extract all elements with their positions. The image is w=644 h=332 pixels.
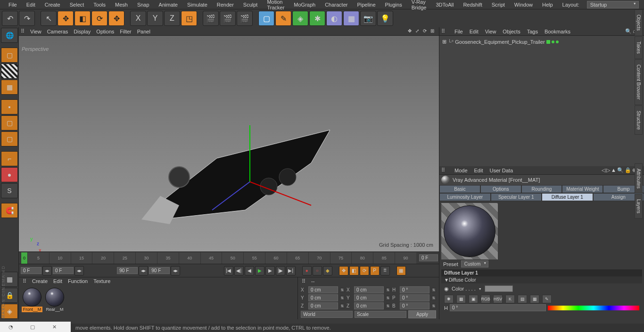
redo-button[interactable]: ↷ [19, 11, 35, 26]
tree-item[interactable]: ⊞ └° Gooseneck_Equipment_Pickup_Trailer [441, 38, 642, 46]
floor-button[interactable]: ▦ [343, 11, 359, 26]
attr-edit[interactable]: Edit [474, 168, 483, 173]
param-key-button[interactable]: P [370, 266, 380, 275]
y-pos-field[interactable]: 0 cm [308, 294, 338, 301]
tab-structure-dock[interactable]: Structure [635, 105, 643, 135]
tab-takes-dock[interactable]: Takes [635, 36, 643, 59]
z-size-field[interactable]: 0 cm [354, 302, 384, 309]
mat-create[interactable]: Create [32, 278, 48, 286]
grip-icon[interactable]: ⠿ [441, 28, 448, 34]
timeline-ruler[interactable]: 0 5 10 15 20 25 30 35 40 45 50 55 60 65 … [21, 252, 416, 264]
render-view-button[interactable]: 🎬 [203, 11, 219, 26]
menu-tools[interactable]: Tools [89, 1, 110, 8]
pla-key-button[interactable]: ⠿ [380, 266, 390, 275]
search-icon[interactable]: 🔍 [641, 0, 644, 8]
grip-icon[interactable]: ⠿ [23, 278, 26, 286]
material-front[interactable]: Front__M [22, 288, 42, 312]
grip-icon[interactable]: ⠿ [441, 167, 448, 173]
scale-button[interactable]: ◧ [74, 11, 91, 26]
menu-redshift[interactable]: Redshift [458, 1, 487, 8]
tab-objects-dock[interactable]: Objects [635, 9, 643, 36]
tab-attributes-dock[interactable]: Attributes [635, 163, 643, 194]
next-frame-button[interactable]: ▶ [265, 266, 275, 275]
obj-file[interactable]: File [454, 29, 463, 34]
render-region-button[interactable]: 🎬 [220, 11, 236, 26]
obj-bookmarks[interactable]: Bookmarks [545, 29, 570, 34]
p-rot-field[interactable]: 0 ° [400, 294, 429, 301]
subdivision-button[interactable]: ◈ [292, 11, 308, 26]
taskbar-maximize-icon[interactable]: ▢ [22, 322, 43, 332]
snap-button[interactable]: 🧲 [1, 203, 18, 218]
search-icon[interactable]: 🔍 [617, 167, 624, 173]
render-dot[interactable] [552, 40, 554, 43]
current-frame-field[interactable]: 0 F [53, 267, 74, 274]
undo-button[interactable]: ↶ [2, 11, 18, 26]
menu-vray[interactable]: V-Ray Bridge [407, 0, 431, 11]
back-icon[interactable]: ◁ [602, 167, 605, 173]
obj-view[interactable]: View [485, 29, 496, 34]
color-swatch[interactable] [485, 285, 513, 292]
play-button[interactable]: ▶ [255, 266, 264, 275]
preset-dropdown[interactable]: Custom [461, 260, 488, 267]
rot-key-button[interactable]: ⟳ [360, 266, 369, 275]
vp-nav-icon[interactable]: ✥ [408, 28, 414, 35]
prev-frame-button[interactable]: ◀ [245, 266, 254, 275]
array-button[interactable]: ✱ [309, 11, 325, 26]
tab-basic[interactable]: Basic [439, 185, 480, 193]
menu-create[interactable]: Create [40, 1, 65, 8]
attr-mode[interactable]: Mode [454, 168, 468, 173]
vp-maximize-icon[interactable]: ⊞ [430, 28, 437, 35]
make-editable-button[interactable]: 🌐 [1, 28, 18, 43]
texture-mode-button[interactable] [1, 64, 18, 79]
search-icon[interactable]: 🔍 [625, 28, 632, 34]
menu-mograph[interactable]: MoGraph [289, 1, 320, 8]
dropdown-icon[interactable]: ▼ [479, 287, 482, 291]
tab-diffuse[interactable]: Diffuse Layer 1 [542, 193, 593, 201]
frame-a-field[interactable]: 90 F [117, 267, 138, 274]
menu-simulate[interactable]: Simulate [182, 1, 212, 8]
light-button[interactable]: 💡 [377, 11, 393, 26]
menu-file[interactable]: File [4, 1, 22, 8]
lock-icon[interactable]: 🔒 [625, 167, 631, 173]
fwd-icon[interactable]: ▷ [606, 167, 610, 173]
mat-edit[interactable]: Edit [53, 278, 62, 286]
vp-rotate-icon[interactable]: ⟳ [423, 28, 429, 35]
tab-luminosity[interactable]: Luminosity Layer [439, 193, 491, 201]
trailer-model[interactable] [123, 111, 330, 224]
deformer-button[interactable]: ◐ [326, 11, 342, 26]
tab-specular[interactable]: Specular Layer 1 [491, 193, 542, 201]
range-start-field[interactable]: 0 F [21, 267, 41, 274]
x-axis-button[interactable]: X [130, 11, 146, 26]
expand-icon[interactable]: ⊞ [442, 39, 446, 45]
sculpt-button[interactable]: S [1, 183, 18, 198]
taskbar-app-icon[interactable]: ◔ [0, 322, 22, 332]
vp-cameras[interactable]: Cameras [47, 29, 68, 34]
hsv-icon[interactable]: HSV [493, 295, 503, 303]
material-rear[interactable]: Rear__M [44, 288, 65, 312]
vp-view[interactable]: View [30, 29, 41, 34]
rgb-icon[interactable]: RGB [481, 295, 490, 303]
x-pos-field[interactable]: 0 cm [308, 286, 338, 293]
menu-snap[interactable]: Snap [132, 1, 154, 8]
pen-button[interactable]: ✎ [275, 11, 291, 26]
viewport[interactable]: Perspective y z x Grid Spacing : 1000 cm [19, 36, 439, 251]
frame-b-spin[interactable]: ◂▸ [171, 266, 180, 275]
menu-sculpt[interactable]: Sculpt [239, 1, 263, 8]
mixer-icon[interactable]: ▤ [518, 295, 527, 303]
visibility-badge[interactable] [546, 40, 550, 44]
tab-options[interactable]: Options [480, 185, 521, 193]
menu-animate[interactable]: Animate [154, 1, 182, 8]
spectrum-icon[interactable]: ▦ [456, 295, 466, 303]
record-button[interactable]: ● [302, 266, 312, 275]
y-size-field[interactable]: 0 cm [354, 294, 384, 301]
tab-layers-dock[interactable]: Layers [635, 194, 643, 219]
timeline-window-button[interactable]: ▦ [396, 266, 406, 275]
h-rot-field[interactable]: 0 ° [400, 286, 429, 293]
recent-tool-button[interactable]: ✥ [108, 11, 124, 26]
hue-field[interactable]: 0 ° [450, 304, 546, 311]
picture-icon[interactable]: ▣ [469, 295, 478, 303]
tab-material-weight[interactable]: Material Weight [562, 185, 603, 193]
menu-script[interactable]: Script [487, 1, 510, 8]
goto-next-key-button[interactable]: |▶ [276, 266, 285, 275]
scale-key-button[interactable]: ◧ [349, 266, 359, 275]
